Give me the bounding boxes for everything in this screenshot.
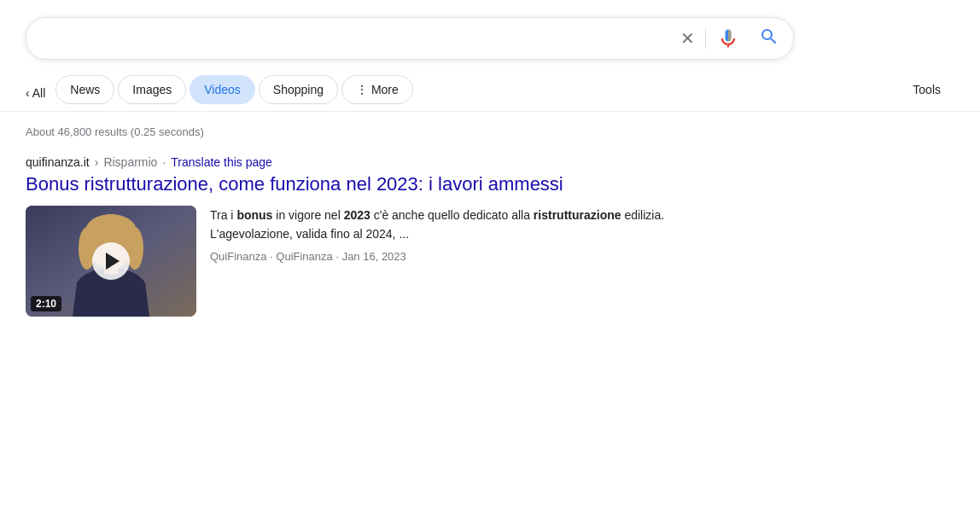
search-icons: ✕ xyxy=(680,26,779,50)
result-site-line: quifinanza.it › Risparmio · Translate th… xyxy=(26,155,743,169)
play-button[interactable] xyxy=(92,242,130,280)
result-item: quifinanza.it › Risparmio · Translate th… xyxy=(26,155,743,317)
result-breadcrumb: Risparmio xyxy=(103,155,157,169)
results-count: About 46,800 results (0.25 seconds) xyxy=(26,125,743,138)
filter-tabs: ‹ All News Images Videos Shopping ⋮ More… xyxy=(0,68,980,112)
tab-videos[interactable]: Videos xyxy=(190,75,255,104)
tab-more[interactable]: ⋮ More xyxy=(341,75,413,104)
search-bar-container: bonus ristrutturazione 2023 ✕ xyxy=(0,0,980,68)
clear-icon[interactable]: ✕ xyxy=(680,28,695,49)
mic-icon[interactable] xyxy=(716,26,740,50)
video-thumbnail[interactable]: 2:10 xyxy=(26,206,196,317)
result-title[interactable]: Bonus ristrutturazione, come funziona ne… xyxy=(26,172,743,197)
search-input[interactable]: bonus ristrutturazione 2023 xyxy=(40,30,680,48)
results-area: About 46,800 results (0.25 seconds) quif… xyxy=(0,112,768,347)
play-triangle-icon xyxy=(106,253,120,270)
translate-link[interactable]: Translate this page xyxy=(171,155,272,169)
result-snippet: Tra i bonus in vigore nel 2023 c'è anche… xyxy=(210,206,743,243)
back-all-tab[interactable]: ‹ All xyxy=(26,86,45,100)
tab-news[interactable]: News xyxy=(55,75,114,104)
result-dot: · xyxy=(162,155,166,169)
result-site: quifinanza.it xyxy=(26,155,90,169)
tab-shopping[interactable]: Shopping xyxy=(259,75,338,104)
search-bar: bonus ristrutturazione 2023 ✕ xyxy=(26,17,794,60)
result-snippet-area: Tra i bonus in vigore nel 2023 c'è anche… xyxy=(210,206,743,263)
result-breadcrumb-separator: › xyxy=(95,155,99,169)
result-body: 2:10 Tra i bonus in vigore nel 2023 c'è … xyxy=(26,206,743,317)
tools-button[interactable]: Tools xyxy=(899,76,954,103)
search-button[interactable] xyxy=(759,26,779,50)
result-meta: QuiFinanza · QuiFinanza · Jan 16, 2023 xyxy=(210,250,743,263)
tab-images[interactable]: Images xyxy=(118,75,186,104)
video-duration: 2:10 xyxy=(31,296,61,311)
divider xyxy=(705,28,706,49)
